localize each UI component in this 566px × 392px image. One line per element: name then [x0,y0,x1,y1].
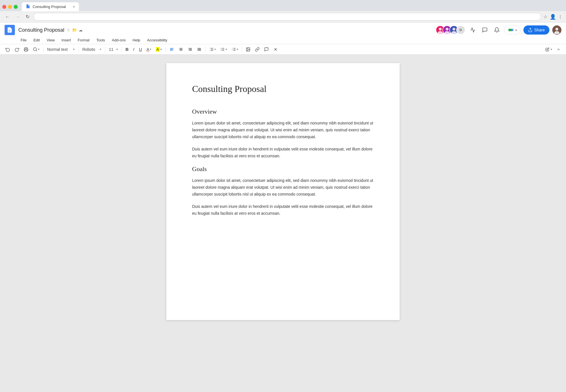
reload-button[interactable]: ↻ [24,13,31,21]
profile-icon[interactable]: 👤 [550,14,556,20]
bold-button[interactable]: B [123,45,131,53]
underline-button[interactable]: U [137,45,144,53]
forward-button[interactable]: → [14,13,22,21]
menu-view[interactable]: View [44,37,57,43]
document-page[interactable]: Consulting Proposal Overview Lorem ipsum… [166,63,400,320]
back-button[interactable]: ← [3,13,11,21]
divider-1 [43,47,43,52]
user-avatar[interactable] [552,25,561,35]
section-para-overview-1: Lorem ipsum dolor sit amet, consectetuer… [192,120,374,140]
minimize-button[interactable] [8,5,12,9]
bullet-list-chevron: ▾ [226,48,227,51]
cloud-icon[interactable]: ☁ [79,28,83,32]
close-button[interactable] [2,5,6,9]
divider-6 [205,47,206,52]
divider-4 [121,47,122,52]
app-header-top: Consulting Proposal ☆ 📁 ☁ ⚙ [5,23,561,36]
svg-rect-17 [25,50,27,51]
svg-point-15 [555,28,558,31]
numbered-list-button[interactable]: 1.2.3. ▾ [230,46,240,53]
underline-label: U [139,47,142,52]
tab-doc-icon [26,4,30,9]
line-spacing-chevron: ▾ [214,48,216,51]
document-area: Consulting Proposal Overview Lorem ipsum… [0,55,566,392]
toolbar: ▾ Normal text ▾ Roboto ▾ 11 ▾ B I U A ▾ … [0,44,566,55]
menu-bar: File Edit View Insert Format Tools Add-o… [5,36,561,44]
format-style-dropdown[interactable]: Normal text ▾ [45,46,77,53]
insert-link-button[interactable] [253,46,262,53]
text-color-chevron: ▾ [150,48,151,51]
font-family-chevron: ▾ [100,48,101,51]
meet-icon [508,27,514,33]
align-right-button[interactable] [186,46,194,53]
address-bar[interactable] [33,13,541,21]
menu-file[interactable]: File [18,37,29,43]
activity-dashboard-button[interactable] [468,25,477,35]
align-center-button[interactable] [177,46,185,53]
redo-button[interactable] [13,46,21,53]
section-heading-overview: Overview [192,108,374,115]
traffic-lights [2,5,18,9]
highlight-button[interactable]: A ▾ [154,46,164,53]
justify-button[interactable] [195,46,204,53]
menu-help[interactable]: Help [130,37,143,43]
italic-label: I [133,47,134,52]
italic-button[interactable]: I [131,45,136,53]
doc-title-icons: ☆ 📁 ☁ [67,28,83,32]
collaborators-avatars: ⚙ [436,25,465,35]
svg-point-52 [247,48,248,49]
section-para-goals-1: Lorem ipsum dolor sit amet, consectetuer… [192,177,374,198]
divider-5 [166,47,166,52]
share-button[interactable]: Share [523,25,549,35]
menu-tools[interactable]: Tools [93,37,108,43]
text-color-button[interactable]: A ▾ [145,46,153,53]
font-size-dropdown[interactable]: 11 ▾ [107,46,120,53]
maximize-button[interactable] [14,5,18,9]
doc-title[interactable]: Consulting Proposal [18,27,64,33]
bullet-list-button[interactable]: ▾ [218,46,229,53]
divider-7 [242,47,242,52]
svg-point-43 [221,49,221,50]
highlight-chevron: ▾ [160,48,162,51]
collapse-toolbar-button[interactable] [555,46,563,53]
print-button[interactable] [22,46,30,53]
more-collaborators-icon[interactable]: ⚙ [456,25,465,35]
comments-button[interactable] [480,25,489,35]
divider-3 [105,47,105,52]
format-style-label: Normal text [47,47,68,52]
bookmark-icon[interactable]: ☆ [543,14,547,19]
document-main-title: Consulting Proposal [192,84,374,94]
star-icon[interactable]: ☆ [67,28,70,32]
insert-comment-button[interactable] [262,46,271,53]
tab-close-icon[interactable]: × [73,5,75,9]
section-para-goals-2: Duis autem vel eum iriure dolor in hendr… [192,203,374,217]
meet-button[interactable]: ▾ [504,25,521,35]
menu-format[interactable]: Format [75,37,92,43]
clear-formatting-button[interactable] [271,46,280,53]
insert-image-button[interactable] [244,46,252,53]
header-right: ⚙ ▾ Share [436,25,561,35]
line-spacing-button[interactable]: ▾ [207,46,218,53]
zoom-button[interactable]: ▾ [31,46,41,53]
notifications-button[interactable] [492,25,501,35]
menu-accessibility[interactable]: Accessibility [144,37,170,43]
menu-addons[interactable]: Add-ons [109,37,128,43]
menu-insert[interactable]: Insert [59,37,74,43]
menu-edit[interactable]: Edit [31,37,43,43]
svg-point-6 [446,28,449,31]
svg-point-3 [439,28,442,31]
active-tab[interactable]: Consulting Proposal × [22,2,79,11]
menu-dots-icon[interactable]: ⋮ [558,15,563,19]
align-left-button[interactable] [168,46,176,53]
svg-line-19 [36,50,37,51]
folder-icon[interactable]: 📁 [72,28,77,32]
browser-chrome: Consulting Proposal × ← → ↻ ☆ 👤 ⋮ [0,0,566,23]
font-family-dropdown[interactable]: Roboto ▾ [80,46,103,53]
svg-rect-11 [508,29,512,31]
section-heading-goals: Goals [192,165,374,173]
font-size-chevron: ▾ [116,48,118,51]
highlight-label: A [156,47,160,52]
app-header: Consulting Proposal ☆ 📁 ☁ ⚙ [0,23,566,44]
editing-mode-button[interactable]: ▾ [543,46,554,53]
undo-button[interactable] [3,46,12,53]
